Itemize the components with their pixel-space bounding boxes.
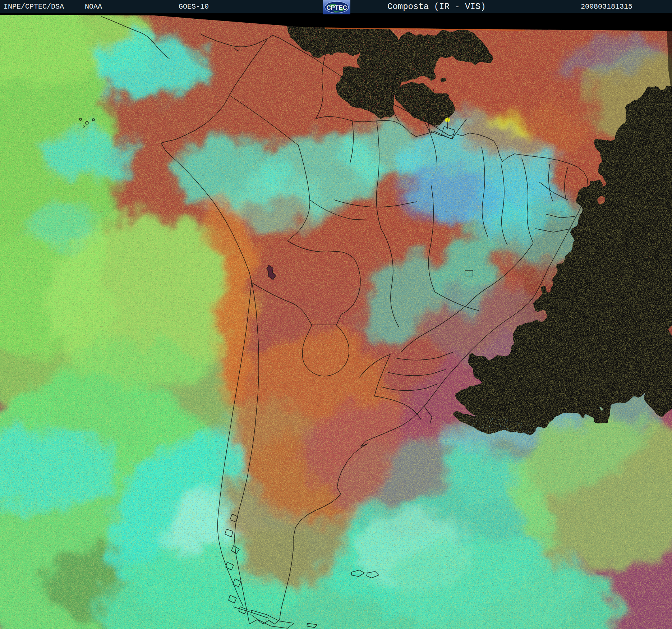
cptec-logo-graphic: CPTEC (323, 0, 350, 14)
satellite-composite-graphic (0, 13, 672, 629)
product-label: Composta (IR - VIS) (387, 0, 486, 13)
noaa-label: NOAA (85, 0, 102, 13)
grain-layer (0, 13, 672, 629)
satellite-label: GOES-10 (179, 0, 209, 13)
timestamp-label: 200803181315 (581, 0, 632, 13)
satellite-product-page: { "header": { "agency": "INPE/CPTEC/DSA"… (0, 0, 672, 629)
cptec-logo: CPTEC (323, 0, 350, 14)
cptec-logo-text: CPTEC (326, 4, 347, 11)
agency-label: INPE/CPTEC/DSA (4, 0, 64, 13)
satellite-map (0, 13, 672, 629)
